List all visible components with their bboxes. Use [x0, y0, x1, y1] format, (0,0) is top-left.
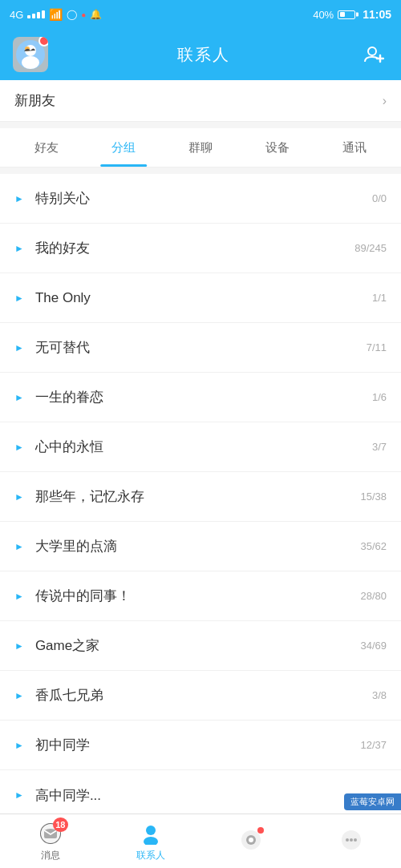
group-arrow-icon: ► [14, 641, 24, 651]
group-name: 大学里的点滴 [35, 537, 361, 555]
group-name: Game之家 [35, 636, 361, 655]
group-count: 35/62 [360, 540, 387, 552]
time: 11:05 [363, 8, 391, 21]
group-name: 一生的眷恋 [35, 388, 372, 406]
group-name: 高中同学... [35, 786, 387, 805]
group-count: 12/37 [360, 739, 387, 751]
group-item[interactable]: ►高中同学... [0, 770, 401, 820]
group-arrow-icon: ► [14, 542, 24, 551]
group-arrow-icon: ► [14, 293, 24, 303]
group-count: 3/7 [372, 441, 387, 453]
group-item[interactable]: ►传说中的同事！28/80 [0, 571, 401, 621]
nav-item-contacts[interactable]: 联系人 [100, 821, 200, 862]
group-arrow-icon: ► [14, 343, 24, 353]
watermark: 蓝莓安卓网 [344, 793, 401, 810]
tab-phonebook[interactable]: 通讯 [316, 128, 393, 167]
messages-label: 消息 [41, 849, 60, 862]
more-icon [340, 829, 363, 851]
svg-point-4 [368, 47, 376, 55]
group-name: 心中的永恒 [35, 438, 372, 456]
tab-devices[interactable]: 设备 [239, 128, 316, 167]
signal-text: 4G [10, 9, 23, 21]
new-friends-chevron: › [383, 94, 387, 108]
group-count: 1/1 [372, 292, 387, 304]
group-count: 34/69 [360, 640, 387, 652]
tab-groups[interactable]: 分组 [85, 128, 162, 167]
group-count: 28/80 [360, 590, 387, 602]
header: 联系人 [0, 29, 401, 80]
group-name: 香瓜七兄弟 [35, 686, 372, 704]
record-icon: ● [81, 10, 86, 19]
contacts-label: 联系人 [136, 849, 165, 862]
group-name: 无可替代 [35, 338, 367, 357]
messages-badge: 18 [53, 818, 67, 832]
group-item[interactable]: ►Game之家34/69 [0, 621, 401, 671]
svg-point-2 [22, 56, 39, 69]
nav-item-dynamic[interactable] [200, 827, 301, 855]
new-friends-row[interactable]: 新朋友 › [0, 80, 401, 122]
add-contact-button[interactable] [359, 40, 388, 69]
group-arrow-icon: ► [14, 741, 24, 750]
group-name: 传说中的同事！ [35, 587, 361, 605]
contacts-icon [140, 822, 162, 845]
group-count: 3/8 [372, 689, 387, 701]
status-left: 4G 📶 ◯ ● 🔔 [10, 8, 102, 21]
group-list: ►特别关心0/0►我的好友89/245►The Only1/1►无可替代7/11… [0, 174, 401, 820]
battery-percent: 40% [313, 9, 334, 21]
nav-item-more[interactable] [301, 827, 401, 855]
notification-icon: 🔔 [90, 9, 102, 20]
status-right: 40% 11:05 [313, 8, 391, 21]
header-title: 联系人 [177, 44, 230, 66]
group-count: 0/0 [372, 192, 387, 204]
group-item[interactable]: ►那些年，记忆永存15/38 [0, 472, 401, 522]
avatar-badge [38, 37, 48, 46]
svg-point-16 [350, 838, 353, 842]
svg-point-10 [144, 837, 158, 845]
new-friends-label: 新朋友 [14, 91, 55, 110]
messages-icon-wrap: 18 [38, 821, 63, 846]
more-icon-wrap [338, 827, 364, 853]
group-count: 15/38 [360, 491, 387, 503]
group-item[interactable]: ►The Only1/1 [0, 273, 401, 323]
group-item[interactable]: ►大学里的点滴35/62 [0, 522, 401, 571]
contacts-icon-wrap [138, 821, 164, 846]
bottom-nav: 18 消息 联系人 [0, 813, 401, 868]
group-arrow-icon: ► [14, 790, 24, 800]
group-arrow-icon: ► [14, 194, 24, 204]
group-item[interactable]: ►一生的眷恋1/6 [0, 373, 401, 422]
group-arrow-icon: ► [14, 442, 24, 452]
nav-item-messages[interactable]: 18 消息 [0, 821, 100, 862]
status-bar: 4G 📶 ◯ ● 🔔 40% 11:05 [0, 0, 401, 29]
tab-friends[interactable]: 好友 [8, 128, 85, 167]
dynamic-dot [257, 827, 264, 834]
group-count: 7/11 [367, 341, 387, 353]
group-arrow-icon: ► [14, 691, 24, 700]
tab-groupchat[interactable]: 群聊 [162, 128, 239, 167]
wifi-icon: 📶 [49, 8, 63, 21]
signal-icon [27, 10, 45, 18]
group-arrow-icon: ► [14, 492, 24, 502]
svg-point-17 [354, 838, 357, 842]
tabs-row: 好友 分组 群聊 设备 通讯 [0, 128, 401, 167]
tabs-section: 好友 分组 群聊 设备 通讯 [0, 128, 401, 168]
svg-point-15 [346, 838, 349, 842]
group-name: 初中同学 [35, 736, 361, 754]
group-count: 1/6 [372, 391, 387, 403]
group-item[interactable]: ►我的好友89/245 [0, 224, 401, 273]
group-name: The Only [35, 290, 372, 306]
group-arrow-icon: ► [14, 244, 24, 253]
user-avatar[interactable] [13, 37, 48, 72]
group-item[interactable]: ►无可替代7/11 [0, 323, 401, 373]
svg-point-13 [249, 838, 253, 842]
group-arrow-icon: ► [14, 393, 24, 402]
group-name: 那些年，记忆永存 [35, 487, 361, 506]
group-item[interactable]: ►香瓜七兄弟3/8 [0, 671, 401, 721]
dnd-icon: ◯ [67, 9, 77, 20]
dynamic-icon-wrap [238, 827, 264, 853]
group-item[interactable]: ►心中的永恒3/7 [0, 422, 401, 472]
group-item[interactable]: ►初中同学12/37 [0, 721, 401, 770]
group-item[interactable]: ►特别关心0/0 [0, 174, 401, 224]
group-name: 特别关心 [35, 189, 372, 208]
group-name: 我的好友 [35, 239, 354, 257]
group-count: 89/245 [354, 242, 387, 254]
